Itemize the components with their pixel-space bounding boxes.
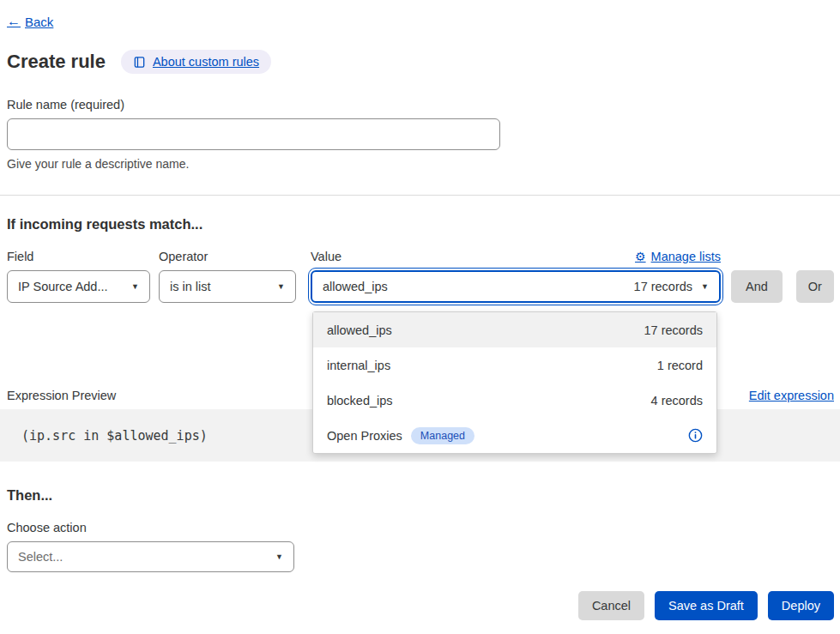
list-option-open-proxies[interactable]: Open Proxies Managed — [313, 418, 716, 453]
list-option-blocked-ips[interactable]: blocked_ips 4 records — [313, 383, 716, 418]
manage-lists-label: Manage lists — [651, 250, 721, 263]
chevron-down-icon: ▼ — [131, 282, 139, 291]
or-button[interactable]: Or — [796, 270, 834, 303]
value-select[interactable]: allowed_ips 17 records ▼ — [311, 270, 721, 303]
chevron-down-icon: ▼ — [701, 282, 709, 291]
list-option-records: 4 records — [651, 394, 703, 408]
list-option-name: allowed_ips — [327, 323, 392, 337]
list-option-records: 1 record — [657, 359, 703, 372]
match-heading: If incoming requests match... — [7, 216, 840, 232]
field-select-value: IP Source Add... — [18, 280, 108, 293]
about-custom-rules-link[interactable]: About custom rules — [121, 50, 271, 74]
edit-expression-link[interactable]: Edit expression — [749, 389, 834, 402]
about-custom-rules-label: About custom rules — [153, 55, 259, 69]
action-select[interactable]: Select... ▼ — [7, 541, 294, 572]
choose-action-label: Choose action — [7, 521, 840, 534]
action-select-placeholder: Select... — [18, 550, 63, 564]
then-heading: Then... — [7, 487, 840, 504]
list-option-name: Open Proxies — [327, 429, 402, 443]
rule-name-input[interactable] — [7, 118, 500, 150]
rule-name-label: Rule name (required) — [7, 98, 840, 112]
deploy-button[interactable]: Deploy — [768, 591, 834, 620]
rule-name-helper: Give your rule a descriptive name. — [7, 157, 840, 171]
value-label: Value — [311, 250, 341, 263]
back-link-label: Back — [25, 15, 53, 29]
value-select-value: allowed_ips — [323, 280, 388, 293]
manage-lists-link[interactable]: ⚙Manage lists — [635, 250, 721, 263]
expression-code: (ip.src in $allowed_ips) — [21, 428, 208, 444]
expression-preview-label: Expression Preview — [7, 389, 116, 402]
cancel-button[interactable]: Cancel — [578, 591, 644, 620]
chevron-down-icon: ▼ — [275, 552, 283, 561]
operator-select[interactable]: is in list ▼ — [159, 270, 296, 303]
list-option-name: internal_ips — [327, 359, 390, 372]
list-option-records: 17 records — [644, 323, 703, 337]
book-icon — [133, 56, 146, 69]
field-label: Field — [7, 250, 159, 263]
back-arrow-icon: ← — [7, 14, 21, 29]
operator-label: Operator — [159, 250, 311, 263]
list-option-internal-ips[interactable]: internal_ips 1 record — [313, 347, 716, 383]
operator-select-value: is in list — [170, 280, 211, 293]
and-button[interactable]: And — [731, 270, 783, 303]
page-title: Create rule — [7, 51, 106, 73]
list-option-name: blocked_ips — [327, 394, 393, 408]
gear-icon: ⚙ — [635, 250, 646, 263]
info-icon[interactable] — [688, 428, 703, 443]
list-dropdown: allowed_ips 17 records internal_ips 1 re… — [312, 311, 717, 454]
value-select-records: 17 records — [634, 280, 693, 293]
field-select[interactable]: IP Source Add... ▼ — [7, 270, 150, 303]
chevron-down-icon: ▼ — [277, 282, 285, 291]
list-option-allowed-ips[interactable]: allowed_ips 17 records — [313, 312, 716, 347]
managed-badge: Managed — [411, 427, 474, 444]
back-link[interactable]: ←Back — [7, 14, 53, 29]
save-draft-button[interactable]: Save as Draft — [655, 591, 758, 620]
section-divider — [0, 195, 840, 196]
